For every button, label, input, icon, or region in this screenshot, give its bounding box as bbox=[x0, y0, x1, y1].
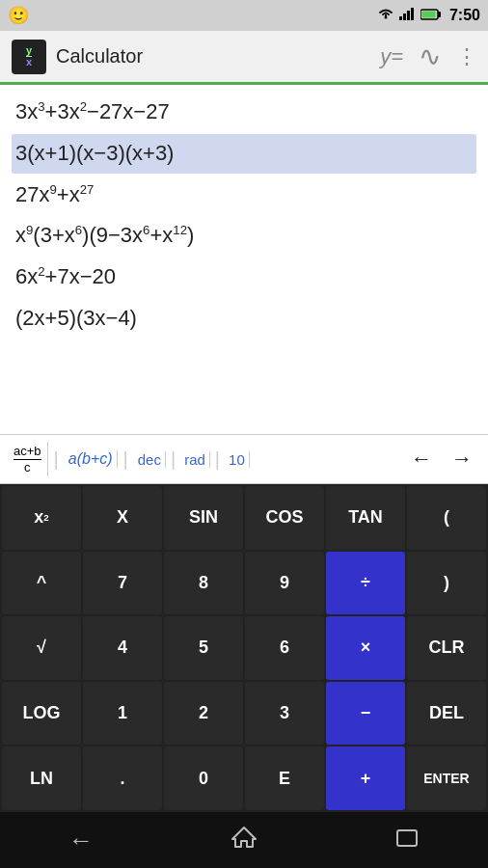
nav-bar: ← bbox=[0, 812, 488, 868]
key-enter[interactable]: ENTER bbox=[407, 746, 486, 810]
key-ln[interactable]: LN bbox=[2, 746, 81, 810]
expand-button[interactable]: a(b+c) bbox=[65, 450, 118, 468]
key-3[interactable]: 3 bbox=[245, 682, 324, 746]
key-cos[interactable]: COS bbox=[245, 486, 324, 550]
fwd-arrow-button[interactable]: → bbox=[444, 447, 480, 472]
key-multiply[interactable]: × bbox=[326, 616, 405, 680]
fraction-button[interactable]: ac+b c bbox=[8, 442, 48, 476]
key-caret[interactable]: ^ bbox=[2, 552, 81, 615]
wave-button[interactable]: ∿ bbox=[419, 41, 441, 72]
y-equals-button[interactable]: y= bbox=[380, 44, 403, 69]
back-arrow-button[interactable]: ← bbox=[403, 447, 440, 472]
status-bar: 🙂 7:50 bbox=[0, 0, 488, 31]
expr-row[interactable]: 3(x+1)(x−3)(x+3) bbox=[12, 134, 476, 174]
svg-rect-3 bbox=[407, 11, 410, 20]
expr-row: (2x+5)(3x−4) bbox=[12, 299, 476, 339]
key-close-paren[interactable]: ) bbox=[407, 552, 486, 615]
key-2[interactable]: 2 bbox=[164, 682, 243, 746]
key-tan[interactable]: TAN bbox=[326, 486, 405, 550]
key-4[interactable]: 4 bbox=[83, 616, 162, 680]
more-options-button[interactable]: ⋮ bbox=[456, 44, 476, 69]
key-6[interactable]: 6 bbox=[245, 616, 324, 680]
notification-icon: 🙂 bbox=[8, 5, 29, 26]
svg-rect-9 bbox=[397, 830, 417, 846]
svg-rect-6 bbox=[438, 12, 441, 17]
svg-rect-4 bbox=[411, 8, 414, 20]
key-e[interactable]: E bbox=[245, 746, 324, 810]
battery-icon bbox=[420, 8, 442, 24]
key-7[interactable]: 7 bbox=[83, 552, 162, 615]
key-1[interactable]: 1 bbox=[83, 682, 162, 746]
num-button[interactable]: 10 bbox=[225, 451, 250, 468]
expr-row: 27x9+x27 bbox=[12, 176, 476, 215]
key-divide[interactable]: ÷ bbox=[326, 552, 405, 615]
wifi-icon bbox=[376, 7, 395, 24]
app-bar: y x Calculator y= ∿ ⋮ bbox=[0, 31, 488, 85]
svg-point-0 bbox=[384, 16, 387, 19]
app-icon: y x bbox=[12, 40, 46, 74]
key-8[interactable]: 8 bbox=[164, 552, 243, 615]
svg-marker-8 bbox=[232, 827, 256, 847]
svg-rect-7 bbox=[421, 11, 435, 17]
key-open-paren[interactable]: ( bbox=[407, 486, 486, 550]
nav-home-button[interactable] bbox=[211, 818, 277, 862]
key-x-squared[interactable]: x2 bbox=[2, 486, 81, 550]
status-left-icons: 🙂 bbox=[8, 5, 29, 26]
nav-back-button[interactable]: ← bbox=[49, 818, 113, 863]
key-0[interactable]: 0 bbox=[164, 746, 243, 810]
dec-button[interactable]: dec bbox=[134, 451, 166, 468]
display-area: 3x3+3x2−27x−27 3(x+1)(x−3)(x+3) 27x9+x27… bbox=[0, 85, 488, 434]
key-clr[interactable]: CLR bbox=[407, 616, 486, 680]
frac-denominator: c bbox=[24, 460, 31, 475]
calc-toolbar: ac+b c | a(b+c) | dec | rad | 10 ← → bbox=[0, 434, 488, 484]
calculator-keypad: x2 X SIN COS TAN ( ^ 7 8 9 ÷ ) √ 4 5 6 ×… bbox=[0, 484, 488, 812]
key-dot[interactable]: . bbox=[83, 746, 162, 810]
app-title: Calculator bbox=[56, 45, 380, 68]
key-5[interactable]: 5 bbox=[164, 616, 243, 680]
frac-numerator: ac+b bbox=[14, 444, 41, 460]
app-icon-label: y x bbox=[26, 45, 32, 68]
rad-button[interactable]: rad bbox=[180, 451, 210, 468]
key-sin[interactable]: SIN bbox=[164, 486, 243, 550]
expr-row: x9(3+x6)(9−3x6+x12) bbox=[12, 216, 476, 256]
key-plus[interactable]: + bbox=[326, 746, 405, 810]
toolbar-right: y= ∿ ⋮ bbox=[380, 41, 476, 72]
key-minus[interactable]: − bbox=[326, 682, 405, 746]
status-time: 7:50 bbox=[449, 7, 480, 24]
key-log[interactable]: LOG bbox=[2, 682, 81, 746]
svg-rect-2 bbox=[403, 14, 406, 20]
status-right-icons: 7:50 bbox=[376, 7, 480, 24]
key-x[interactable]: X bbox=[83, 486, 162, 550]
svg-rect-1 bbox=[399, 16, 402, 20]
key-sqrt[interactable]: √ bbox=[2, 616, 81, 680]
key-9[interactable]: 9 bbox=[245, 552, 324, 615]
expr-row: 3x3+3x2−27x−27 bbox=[12, 93, 476, 132]
nav-recent-button[interactable] bbox=[375, 818, 439, 863]
key-del[interactable]: DEL bbox=[407, 682, 486, 746]
expr-row: 6x2+7x−20 bbox=[12, 258, 476, 297]
signal-icon bbox=[399, 7, 417, 24]
